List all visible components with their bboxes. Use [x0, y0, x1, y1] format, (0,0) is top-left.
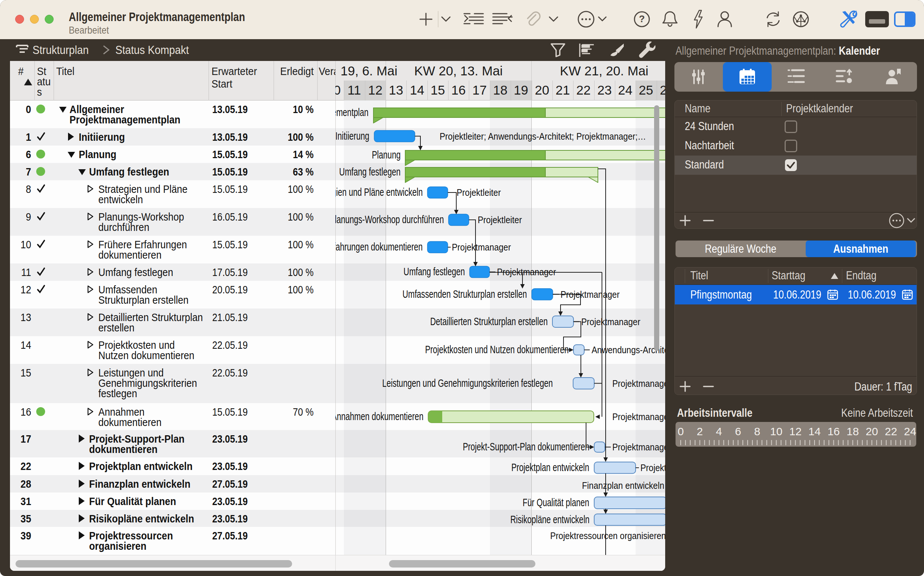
svg-text:16: 16 — [828, 425, 840, 437]
svg-text:14: 14 — [808, 425, 820, 437]
svg-text:24: 24 — [904, 425, 916, 437]
svg-text:2: 2 — [696, 425, 703, 437]
svg-text:20: 20 — [866, 425, 878, 437]
svg-text:6: 6 — [735, 425, 741, 437]
svg-text:10: 10 — [770, 425, 782, 437]
svg-text:22: 22 — [885, 425, 897, 437]
svg-text:18: 18 — [847, 425, 859, 437]
svg-text:8: 8 — [754, 425, 760, 437]
svg-text:?: ? — [639, 13, 645, 24]
svg-text:0: 0 — [678, 425, 684, 437]
svg-text:12: 12 — [789, 425, 802, 437]
svg-text:4: 4 — [716, 425, 722, 437]
